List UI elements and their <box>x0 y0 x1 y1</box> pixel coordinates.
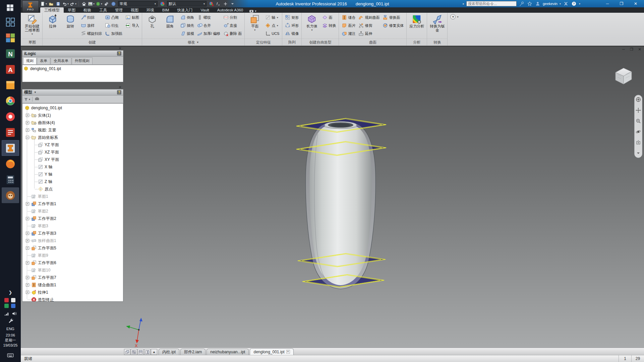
application-menu-button[interactable]: PRO <box>22 0 39 12</box>
arrange-tile-horizontal-button[interactable] <box>137 349 144 355</box>
loft-button[interactable]: 放样 <box>79 21 103 29</box>
navbar-pan-button[interactable] <box>635 107 641 113</box>
tree-expand-solid-bodies-folder[interactable]: + <box>26 114 29 117</box>
tree-item-xz-plane[interactable]: XZ 平面 <box>23 148 123 156</box>
help-icon[interactable]: ? <box>571 1 577 6</box>
view-cube[interactable] <box>616 68 632 84</box>
model-panel-header[interactable]: 模型 ▼ ? <box>22 89 123 96</box>
ribbon-tab-三维模型[interactable]: 三维模型 <box>40 7 64 13</box>
taskbar-clock[interactable]: 23:06 星期一 19/03/25 <box>3 333 18 348</box>
work-plane-button[interactable]: 平面▼ <box>246 13 264 38</box>
ribbon-tab-快速入门[interactable]: 快速入门 <box>173 7 196 13</box>
replace-face-button[interactable]: 替换面 <box>381 13 405 21</box>
taskbar-app-browser[interactable] <box>2 109 19 124</box>
taskbar-app-calculator[interactable] <box>2 172 19 187</box>
qat-view-preset-select[interactable]: 常规▾ <box>118 1 158 6</box>
freeform-convert-button[interactable]: 转换 <box>321 21 337 29</box>
taskbar-app-wukong[interactable] <box>2 187 19 203</box>
ribbon-tab-BIM[interactable]: BIM <box>158 7 173 13</box>
ribbon-tab-环境[interactable]: 环境 <box>142 7 158 13</box>
3d-scene[interactable]: X <box>123 46 644 348</box>
tree-item-work-plane-6[interactable]: +工作平面6 <box>23 259 123 266</box>
extrude-button[interactable]: 拉伸 <box>44 13 61 38</box>
tree-item-part-root[interactable]: denglong_001.ipt <box>23 104 123 112</box>
wrench-icon[interactable] <box>8 318 13 323</box>
combine-button[interactable]: 合并 <box>196 21 222 29</box>
qat-material-browser[interactable]: ▾ <box>96 1 102 7</box>
doc-close-icon[interactable]: ✕ <box>637 47 642 52</box>
network-icon[interactable] <box>4 311 9 316</box>
tree-expand-work-plane-5[interactable]: + <box>26 246 29 250</box>
arrange-expand-button[interactable]: ▲ <box>151 349 157 355</box>
shell-button[interactable]: 抽壳 <box>179 21 195 29</box>
tree-item-work-plane-1[interactable]: +工作平面1 <box>23 200 123 207</box>
tree-item-xy-plane[interactable]: XY 平面 <box>23 156 123 163</box>
work-point-button[interactable]: 点▼ <box>264 21 281 29</box>
repair-bodies-button[interactable]: 修复实体 <box>381 21 405 29</box>
ribbon-tab-Autodesk A360[interactable]: Autodesk A360 <box>213 7 247 13</box>
ribbon-tab-检验[interactable]: 检验 <box>79 7 95 13</box>
document-tab-denglong_001.ipt[interactable]: denglong_001.ipt✕ <box>250 348 293 355</box>
thread-button[interactable]: 螺纹 <box>196 13 222 21</box>
ilogic-tab-外部规则[interactable]: 外部规则 <box>72 57 93 64</box>
tree-item-work-plane-3[interactable]: +工作平面3 <box>23 230 123 237</box>
tray-icon-1[interactable] <box>4 298 9 302</box>
navbar-more-button[interactable] <box>635 150 641 156</box>
tree-expand-work-plane-7[interactable]: + <box>26 276 29 279</box>
tree-item-solid-bodies-folder[interactable]: +实体(1) <box>23 112 123 119</box>
qat-customize-menu[interactable] <box>229 1 235 7</box>
document-tab-部件2.iam[interactable]: 部件2.iam <box>180 349 206 355</box>
tree-expand-work-plane-3[interactable]: + <box>26 232 29 235</box>
mirror-button[interactable]: 镜像 <box>284 29 300 38</box>
direct-edit-button[interactable]: 直接 <box>222 21 243 29</box>
volume-icon[interactable] <box>12 311 17 316</box>
caret-down-icon[interactable]: ▾ <box>457 15 458 18</box>
minimize-button[interactable]: ─ <box>600 0 614 7</box>
stitch-button[interactable]: 缝合 <box>340 13 357 21</box>
taskbar-app-a[interactable]: A <box>2 61 19 77</box>
ribbon-tab-管理[interactable]: 管理 <box>111 7 127 13</box>
touch-keyboard-icon[interactable] <box>7 353 14 359</box>
hole-button[interactable]: 孔 <box>143 13 161 38</box>
taskbar-app-photos[interactable] <box>2 30 19 46</box>
sculpt-button[interactable]: 灌注 <box>340 29 357 38</box>
tree-expand-origin-folder[interactable]: − <box>26 136 29 139</box>
tree-item-extrusion-1[interactable]: +拉伸1 <box>23 289 123 296</box>
tree-item-sketch-10[interactable]: 草图10 <box>23 266 123 274</box>
close-button[interactable]: ✕ <box>629 0 643 7</box>
revolve-button[interactable]: 旋转 <box>62 13 79 38</box>
browser-filter-button[interactable]: ▾ <box>24 97 30 102</box>
tree-item-work-plane-5[interactable]: +工作平面5 <box>23 244 123 252</box>
qat-home[interactable] <box>81 1 87 7</box>
search-expand-arrow[interactable]: ▸ <box>463 2 464 5</box>
tree-item-origin-folder[interactable]: −原始坐标系 <box>23 134 123 141</box>
user-avatar-icon[interactable] <box>535 1 541 6</box>
convert-to-sheet-metal-button[interactable]: 转换为钣金 <box>428 13 446 38</box>
model-panel-caret-icon[interactable]: ▼ <box>34 91 37 94</box>
qat-measure[interactable] <box>222 1 228 7</box>
ilogic-panel-close-icon[interactable]: ✕ <box>118 46 122 50</box>
coil-button[interactable]: 螺旋扫掠 <box>79 29 103 38</box>
maximize-button[interactable]: ❐ <box>614 0 629 7</box>
browser-search-button[interactable] <box>35 97 40 102</box>
taskbar-app-onenote[interactable]: N <box>2 46 19 61</box>
tree-expand-view-main[interactable]: + <box>26 128 29 132</box>
patch-button[interactable]: 面片 <box>340 21 357 29</box>
help-menu-caret-icon[interactable]: ▾ <box>579 2 580 5</box>
ribbon-group-label-修改[interactable]: 修改▼ <box>142 39 244 46</box>
language-indicator[interactable]: ENG <box>6 327 14 331</box>
rib-button[interactable]: 加强筋 <box>104 29 124 38</box>
qat-redo[interactable]: ▾ <box>70 1 76 7</box>
favorites-star-icon[interactable] <box>527 1 533 6</box>
search-input[interactable] <box>466 1 517 6</box>
decal-button[interactable]: 贴图 <box>124 13 140 21</box>
model-help-icon[interactable]: ? <box>117 90 121 95</box>
tree-item-x-axis[interactable]: X 轴 <box>23 163 123 171</box>
tree-item-sketch-2[interactable]: 草图2 <box>23 207 123 215</box>
arrange-cascade-button[interactable] <box>124 349 130 355</box>
chamfer-button[interactable]: 倒角 <box>179 13 195 21</box>
ilogic-help-icon[interactable]: ? <box>117 51 121 56</box>
ribbon-tab-视图[interactable]: 视图 <box>127 7 142 13</box>
tray-expand-chevron[interactable]: ❯ <box>9 290 12 296</box>
sweep-button[interactable]: 扫掠 <box>79 13 103 21</box>
